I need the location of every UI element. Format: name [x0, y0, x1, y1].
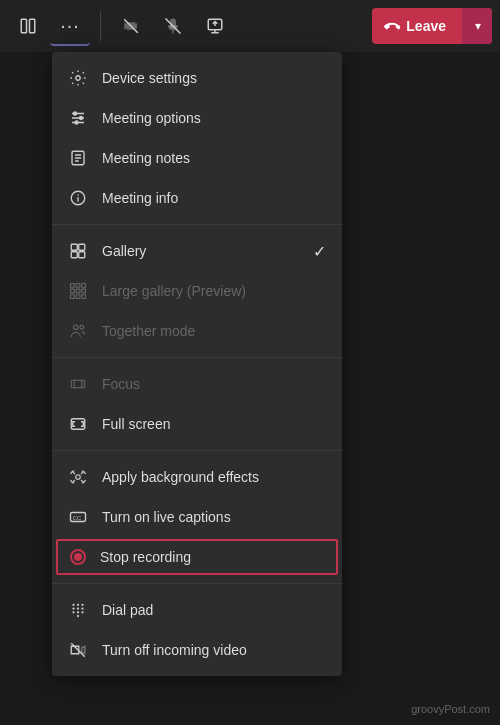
leave-button[interactable]: Leave ▾ [372, 8, 492, 44]
topbar: ··· [0, 0, 500, 52]
sliders-icon [68, 108, 88, 128]
people-icon [68, 321, 88, 341]
watermark: groovyPost.com [411, 703, 490, 715]
turn-off-incoming-video-label: Turn off incoming video [102, 642, 247, 658]
svg-point-21 [78, 195, 79, 196]
svg-point-47 [72, 607, 74, 609]
svg-rect-30 [76, 289, 80, 293]
svg-rect-23 [79, 244, 85, 250]
menu-item-turn-off-incoming-video[interactable]: Turn off incoming video [52, 630, 342, 670]
live-captions-label: Turn on live captions [102, 509, 231, 525]
svg-rect-28 [82, 284, 86, 288]
svg-point-48 [77, 607, 79, 609]
svg-point-46 [81, 604, 83, 606]
more-button[interactable]: ··· [50, 6, 90, 46]
menu-item-full-screen[interactable]: Full screen [52, 404, 342, 444]
menu-item-background-effects[interactable]: Apply background effects [52, 457, 342, 497]
menu-item-focus: Focus [52, 364, 342, 404]
svg-point-35 [74, 325, 79, 330]
menu-section-3: Focus Full screen [52, 358, 342, 451]
video-off-icon [68, 640, 88, 660]
fullscreen-icon [68, 414, 88, 434]
menu-section-2: Gallery ✓ Large gallery (Preview) [52, 225, 342, 358]
svg-rect-32 [71, 295, 75, 299]
gallery-checkmark: ✓ [313, 242, 326, 261]
watermark-text: groovyPost.com [411, 703, 490, 715]
stop-recording-icon [70, 549, 86, 565]
menu-item-live-captions[interactable]: CC Turn on live captions [52, 497, 342, 537]
svg-point-51 [77, 611, 79, 613]
stop-recording-dot [74, 553, 82, 561]
large-gallery-label: Large gallery (Preview) [102, 283, 246, 299]
topbar-left: ··· [8, 6, 90, 46]
dialpad-icon [68, 600, 88, 620]
svg-text:CC: CC [73, 515, 82, 521]
svg-point-12 [74, 112, 77, 115]
media-controls [111, 6, 235, 46]
grid-icon [68, 241, 88, 261]
camera-toggle-button[interactable] [111, 6, 151, 46]
chevron-icon: ▾ [475, 19, 481, 33]
menu-item-meeting-info[interactable]: Meeting info [52, 178, 342, 218]
svg-point-44 [72, 604, 74, 606]
svg-rect-34 [82, 295, 86, 299]
gallery-label: Gallery [102, 243, 146, 259]
more-icon: ··· [60, 14, 80, 37]
svg-point-14 [75, 121, 78, 124]
menu-item-stop-recording[interactable]: Stop recording [56, 539, 338, 575]
menu-item-dial-pad[interactable]: Dial pad [52, 590, 342, 630]
menu-item-gallery[interactable]: Gallery ✓ [52, 231, 342, 271]
background-effects-label: Apply background effects [102, 469, 259, 485]
svg-point-52 [81, 611, 83, 613]
svg-rect-37 [71, 380, 85, 388]
svg-rect-22 [71, 244, 77, 250]
mute-button[interactable] [153, 6, 193, 46]
svg-rect-0 [21, 19, 26, 33]
focus-label: Focus [102, 376, 140, 392]
focus-icon [68, 374, 88, 394]
svg-point-45 [77, 604, 79, 606]
svg-rect-25 [79, 252, 85, 258]
gear-icon [68, 68, 88, 88]
dial-pad-label: Dial pad [102, 602, 153, 618]
svg-point-41 [76, 475, 81, 480]
svg-rect-33 [76, 295, 80, 299]
svg-point-13 [80, 117, 83, 120]
svg-rect-31 [82, 289, 86, 293]
leave-text: Leave [406, 18, 446, 34]
share-button[interactable] [195, 6, 235, 46]
grid4-icon [68, 281, 88, 301]
menu-section-4: Apply background effects CC Turn on live… [52, 451, 342, 584]
svg-point-50 [72, 611, 74, 613]
together-mode-label: Together mode [102, 323, 195, 339]
meeting-notes-label: Meeting notes [102, 150, 190, 166]
menu-item-large-gallery: Large gallery (Preview) [52, 271, 342, 311]
svg-rect-29 [71, 289, 75, 293]
leave-chevron-button[interactable]: ▾ [462, 8, 492, 44]
menu-section-1: Device settings Meeting options [52, 52, 342, 225]
svg-rect-26 [71, 284, 75, 288]
svg-point-53 [77, 615, 79, 617]
device-settings-label: Device settings [102, 70, 197, 86]
menu-item-device-settings[interactable]: Device settings [52, 58, 342, 98]
svg-rect-24 [71, 252, 77, 258]
topbar-separator [100, 11, 101, 41]
svg-rect-1 [30, 19, 35, 33]
meeting-options-label: Meeting options [102, 110, 201, 126]
topbar-right: Leave ▾ [372, 8, 492, 44]
menu-section-5: Dial pad Turn off incoming video [52, 584, 342, 676]
menu-item-meeting-notes[interactable]: Meeting notes [52, 138, 342, 178]
stop-recording-label: Stop recording [100, 549, 191, 565]
sidebar-toggle-button[interactable] [8, 6, 48, 46]
svg-point-8 [76, 76, 81, 81]
menu-item-meeting-options[interactable]: Meeting options [52, 98, 342, 138]
meeting-info-label: Meeting info [102, 190, 178, 206]
notes-icon [68, 148, 88, 168]
leave-label[interactable]: Leave [372, 8, 462, 44]
svg-point-36 [80, 325, 84, 329]
cc-icon: CC [68, 507, 88, 527]
svg-point-49 [81, 607, 83, 609]
menu-item-together-mode: Together mode [52, 311, 342, 351]
svg-rect-27 [76, 284, 80, 288]
full-screen-label: Full screen [102, 416, 170, 432]
